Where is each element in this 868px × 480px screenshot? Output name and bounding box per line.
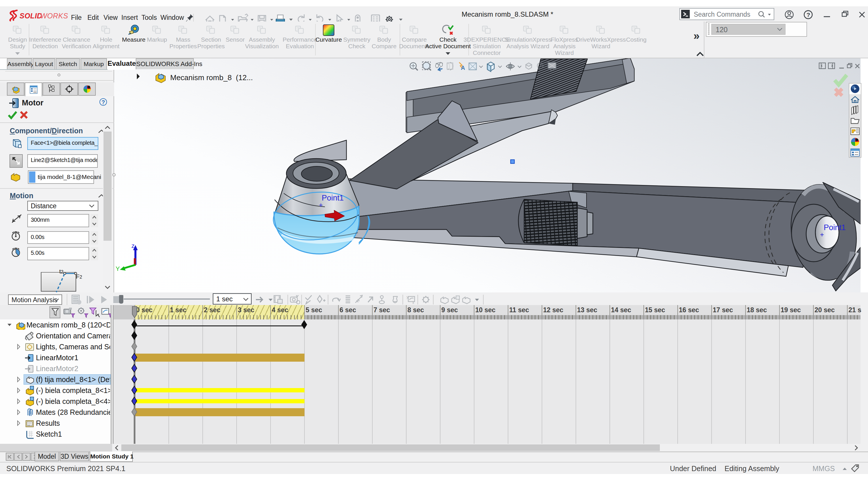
svg-text:Point1: Point1 — [824, 223, 846, 232]
svg-text:x: x — [412, 301, 414, 305]
svg-text:A: A — [461, 65, 465, 71]
svg-text:?: ? — [806, 11, 810, 18]
svg-text:WORKS: WORKS — [40, 12, 68, 20]
svg-text:Point1: Point1 — [322, 194, 344, 202]
svg-text:Y: Y — [116, 265, 120, 272]
svg-text:+: + — [820, 231, 824, 238]
svg-text:SOLID: SOLID — [20, 12, 42, 20]
svg-text:z: z — [131, 242, 134, 249]
svg-text:+: + — [319, 201, 323, 209]
